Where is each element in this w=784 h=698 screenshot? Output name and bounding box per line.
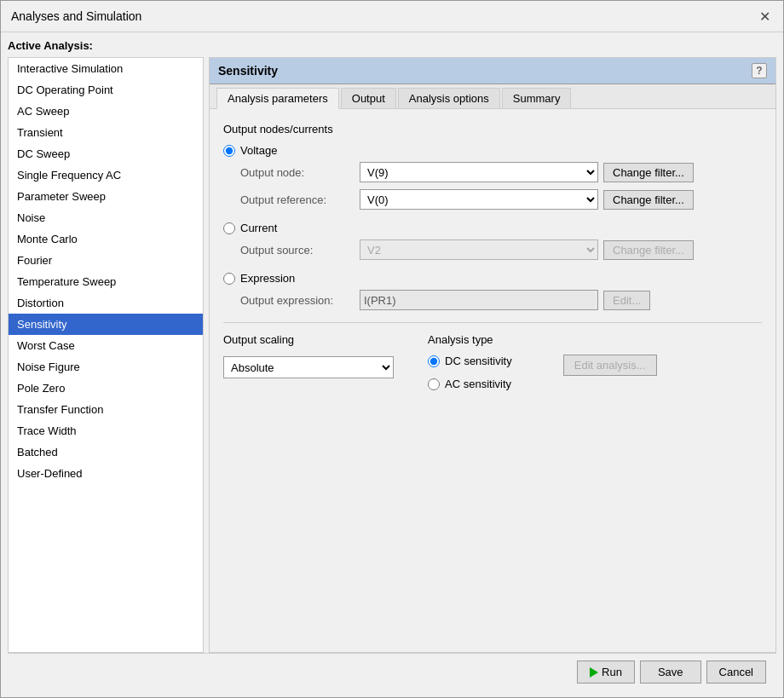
sidebar-item-worst-case[interactable]: Worst Case bbox=[9, 335, 203, 356]
panel-header: Sensitivity ? bbox=[210, 58, 775, 84]
ac-sensitivity-label[interactable]: AC sensitivity bbox=[445, 378, 511, 390]
change-filter-source-button[interactable]: Change filter... bbox=[603, 240, 694, 260]
output-reference-select[interactable]: V(0) bbox=[360, 189, 598, 210]
output-node-label: Output node: bbox=[240, 166, 360, 179]
dc-sensitivity-label[interactable]: DC sensitivity bbox=[445, 355, 512, 367]
sidebar-item-dc-operating-point[interactable]: DC Operating Point bbox=[9, 79, 203, 101]
sidebar-item-pole-zero[interactable]: Pole Zero bbox=[9, 378, 203, 399]
change-filter-reference-button[interactable]: Change filter... bbox=[603, 190, 694, 210]
current-radio-row: Current bbox=[223, 222, 762, 234]
run-icon bbox=[590, 667, 598, 678]
dc-sensitivity-radio[interactable] bbox=[428, 355, 440, 367]
sidebar-item-temperature-sweep[interactable]: Temperature Sweep bbox=[9, 271, 203, 292]
output-scaling-label: Output scaling bbox=[223, 333, 394, 346]
bottom-bar: Run Save Cancel bbox=[8, 653, 776, 690]
sidebar-item-dc-sweep[interactable]: DC Sweep bbox=[9, 143, 203, 164]
output-nodes-label: Output nodes/currents bbox=[223, 123, 762, 136]
sidebar-item-monte-carlo[interactable]: Monte Carlo bbox=[9, 228, 203, 250]
cancel-button[interactable]: Cancel bbox=[706, 661, 766, 684]
output-expression-label: Output expression: bbox=[240, 294, 360, 307]
tab-analysis-parameters[interactable]: Analysis parameters bbox=[216, 88, 339, 109]
sidebar-item-batched[interactable]: Batched bbox=[9, 441, 203, 463]
sidebar-item-interactive-simulation[interactable]: Interactive Simulation bbox=[9, 58, 203, 79]
expression-radio-row: Expression bbox=[223, 272, 762, 285]
sidebar-item-trace-width[interactable]: Trace Width bbox=[9, 420, 203, 441]
analysis-type-row: DC sensitivity AC sensitivity Edit analy… bbox=[428, 355, 657, 395]
right-panel: Sensitivity ? Analysis parametersOutputA… bbox=[209, 57, 776, 653]
edit-analysis-button[interactable]: Edit analysis... bbox=[563, 355, 657, 376]
output-reference-label: Output reference: bbox=[240, 193, 360, 206]
scaling-analysis-row: Output scaling AbsolutePercentdB Analysi… bbox=[223, 333, 762, 395]
sidebar-item-noise-figure[interactable]: Noise Figure bbox=[9, 356, 203, 378]
voltage-radio[interactable] bbox=[223, 145, 235, 157]
sidebar-item-sensitivity[interactable]: Sensitivity bbox=[9, 314, 203, 335]
window-title: Analyses and Simulation bbox=[11, 9, 141, 23]
sidebar-item-transfer-function[interactable]: Transfer Function bbox=[9, 399, 203, 420]
output-source-row: Output source: V2 Change filter... bbox=[240, 239, 762, 260]
output-expression-row: Output expression: Edit... bbox=[240, 290, 762, 310]
ac-sensitivity-radio[interactable] bbox=[428, 378, 440, 390]
main-content: Interactive SimulationDC Operating Point… bbox=[8, 57, 776, 653]
tab-analysis-options[interactable]: Analysis options bbox=[398, 88, 500, 108]
edit-expression-button[interactable]: Edit... bbox=[603, 291, 650, 310]
voltage-group: Voltage Output node: V(9) Change filter.… bbox=[223, 144, 762, 210]
run-button[interactable]: Run bbox=[577, 661, 635, 684]
save-button[interactable]: Save bbox=[640, 661, 701, 684]
help-icon[interactable]: ? bbox=[752, 63, 767, 78]
sidebar-item-distortion[interactable]: Distortion bbox=[9, 292, 203, 314]
close-button[interactable]: ✕ bbox=[756, 8, 773, 25]
output-scaling-section: Output scaling AbsolutePercentdB bbox=[223, 333, 394, 378]
panel-title: Sensitivity bbox=[218, 64, 278, 78]
main-window: Analyses and Simulation ✕ Active Analysi… bbox=[0, 0, 784, 698]
analysis-type-options: DC sensitivity AC sensitivity bbox=[428, 355, 512, 395]
panel-content: Output nodes/currents Voltage Output nod… bbox=[210, 109, 775, 652]
title-bar: Analyses and Simulation ✕ bbox=[1, 1, 783, 32]
run-label: Run bbox=[602, 666, 622, 678]
scaling-select[interactable]: AbsolutePercentdB bbox=[223, 356, 394, 378]
active-analysis-label: Active Analysis: bbox=[8, 39, 776, 52]
current-group: Current Output source: V2 Change filter.… bbox=[223, 222, 762, 260]
sidebar: Interactive SimulationDC Operating Point… bbox=[8, 57, 204, 653]
expression-group: Expression Output expression: Edit... bbox=[223, 272, 762, 310]
sidebar-item-ac-sweep[interactable]: AC Sweep bbox=[9, 101, 203, 122]
tab-output[interactable]: Output bbox=[341, 88, 396, 108]
sidebar-item-transient[interactable]: Transient bbox=[9, 122, 203, 143]
dc-sensitivity-row: DC sensitivity bbox=[428, 355, 512, 367]
output-source-select[interactable]: V2 bbox=[360, 239, 598, 260]
window-body: Active Analysis: Interactive SimulationD… bbox=[1, 32, 783, 697]
sidebar-item-noise[interactable]: Noise bbox=[9, 207, 203, 228]
divider bbox=[223, 322, 762, 323]
tabs-bar: Analysis parametersOutputAnalysis option… bbox=[210, 84, 775, 109]
output-node-row: Output node: V(9) Change filter... bbox=[240, 162, 762, 182]
change-filter-node-button[interactable]: Change filter... bbox=[603, 163, 694, 182]
voltage-label[interactable]: Voltage bbox=[240, 144, 277, 157]
analysis-type-section: Analysis type DC sensitivity bbox=[428, 333, 657, 395]
sidebar-item-single-frequency-ac[interactable]: Single Frequency AC bbox=[9, 164, 203, 186]
voltage-radio-row: Voltage bbox=[223, 144, 762, 157]
tab-summary[interactable]: Summary bbox=[502, 88, 572, 108]
expression-label[interactable]: Expression bbox=[240, 272, 295, 285]
output-expression-input[interactable] bbox=[360, 290, 598, 310]
output-source-label: Output source: bbox=[240, 244, 360, 257]
output-reference-row: Output reference: V(0) Change filter... bbox=[240, 189, 762, 210]
sidebar-item-user-defined[interactable]: User-Defined bbox=[9, 463, 203, 484]
expression-radio[interactable] bbox=[223, 273, 235, 285]
analysis-type-label: Analysis type bbox=[428, 333, 657, 346]
ac-sensitivity-row: AC sensitivity bbox=[428, 378, 512, 390]
sidebar-item-fourier[interactable]: Fourier bbox=[9, 250, 203, 271]
sidebar-item-parameter-sweep[interactable]: Parameter Sweep bbox=[9, 186, 203, 207]
current-radio[interactable] bbox=[223, 222, 235, 234]
output-node-select[interactable]: V(9) bbox=[360, 162, 598, 182]
current-label[interactable]: Current bbox=[240, 222, 277, 234]
